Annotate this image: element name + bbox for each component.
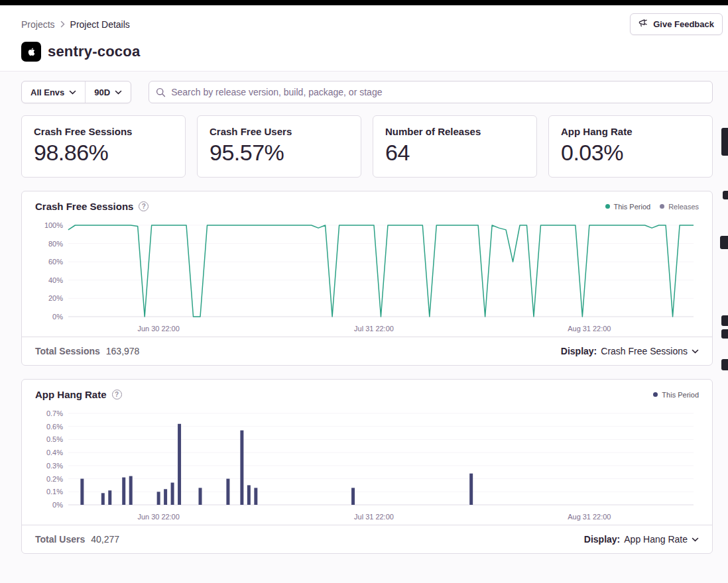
release-search-box[interactable] bbox=[149, 81, 713, 103]
date-range-dropdown[interactable]: 90D bbox=[85, 81, 131, 103]
breadcrumb: Projects Project Details bbox=[21, 19, 130, 30]
svg-text:0.6%: 0.6% bbox=[46, 423, 63, 431]
svg-text:20%: 20% bbox=[48, 294, 63, 302]
display-select[interactable]: Display: App Hang Rate bbox=[584, 534, 699, 545]
chart-legend: This Period Releases bbox=[605, 203, 699, 211]
megaphone-icon bbox=[638, 19, 648, 30]
legend-releases[interactable]: Releases bbox=[660, 203, 699, 211]
cutoff-right-content bbox=[721, 128, 728, 156]
crash-free-sessions-chart[interactable]: 0%20%40%60%80%100%Jun 30 22:00Jul 31 22:… bbox=[35, 219, 699, 337]
search-icon bbox=[156, 87, 166, 97]
svg-text:Jul 31 22:00: Jul 31 22:00 bbox=[354, 325, 394, 333]
stat-card-number-of-releases: Number of Releases 64 bbox=[373, 115, 537, 178]
svg-text:Jul 31 22:00: Jul 31 22:00 bbox=[354, 513, 394, 521]
panel-title: App Hang Rate bbox=[35, 389, 107, 400]
stat-value: 0.03% bbox=[561, 140, 700, 166]
breadcrumb-current: Project Details bbox=[70, 19, 130, 30]
legend-dot bbox=[660, 204, 664, 209]
svg-text:0%: 0% bbox=[52, 501, 63, 509]
svg-text:80%: 80% bbox=[48, 240, 63, 248]
crash-free-sessions-panel: Crash Free Sessions ? This Period Releas… bbox=[21, 191, 713, 366]
stat-label: Number of Releases bbox=[385, 126, 524, 137]
stat-label: App Hang Rate bbox=[561, 126, 700, 137]
svg-text:0.7%: 0.7% bbox=[46, 409, 63, 417]
stat-card-app-hang-rate: App Hang Rate 0.03% bbox=[548, 115, 713, 178]
page-title: sentry-cocoa bbox=[48, 43, 140, 60]
svg-text:0.2%: 0.2% bbox=[46, 475, 63, 483]
svg-text:Aug 31 22:00: Aug 31 22:00 bbox=[568, 513, 611, 521]
environment-dropdown[interactable]: All Envs bbox=[22, 81, 85, 103]
date-range-dropdown-label: 90D bbox=[94, 87, 110, 97]
help-icon[interactable]: ? bbox=[112, 390, 122, 399]
breadcrumb-projects-link[interactable]: Projects bbox=[21, 19, 55, 30]
display-select[interactable]: Display: Crash Free Sessions bbox=[561, 346, 699, 356]
panel-title: Crash Free Sessions bbox=[35, 201, 133, 212]
apple-platform-icon bbox=[21, 42, 41, 62]
stat-value: 95.57% bbox=[210, 140, 349, 166]
stat-value: 64 bbox=[385, 140, 524, 166]
total-users-value: 40,277 bbox=[91, 534, 119, 545]
chevron-right-icon bbox=[60, 21, 65, 28]
filter-row: All Envs 90D bbox=[21, 81, 713, 103]
legend-this-period[interactable]: This Period bbox=[653, 391, 699, 399]
legend-dot bbox=[605, 204, 610, 209]
app-hang-rate-chart[interactable]: 0%0.1%0.2%0.3%0.4%0.5%0.6%0.7%Jun 30 22:… bbox=[35, 407, 699, 525]
total-sessions-label: Total Sessions bbox=[35, 346, 100, 356]
chevron-down-icon bbox=[115, 90, 122, 95]
stat-label: Crash Free Users bbox=[210, 126, 349, 137]
environment-dropdown-label: All Envs bbox=[30, 87, 64, 97]
cutoff-right-content bbox=[720, 236, 728, 249]
svg-text:Aug 31 22:00: Aug 31 22:00 bbox=[568, 325, 611, 333]
stat-card-crash-free-sessions: Crash Free Sessions 98.86% bbox=[21, 115, 186, 178]
svg-text:0.1%: 0.1% bbox=[46, 488, 63, 496]
svg-text:0%: 0% bbox=[52, 313, 63, 321]
svg-text:0.5%: 0.5% bbox=[46, 435, 63, 443]
app-hang-rate-panel: App Hang Rate ? This Period 0%0.1%0.2%0.… bbox=[21, 379, 713, 554]
svg-text:40%: 40% bbox=[48, 276, 63, 284]
give-feedback-label: Give Feedback bbox=[653, 19, 714, 29]
cutoff-right-content bbox=[721, 315, 728, 326]
top-black-bar bbox=[0, 0, 728, 5]
stat-label: Crash Free Sessions bbox=[34, 126, 173, 137]
cutoff-right-content bbox=[721, 329, 728, 339]
main-content: All Envs 90D Crash Free Sessions 98.86% … bbox=[0, 72, 728, 554]
total-sessions-value: 163,978 bbox=[106, 346, 140, 356]
page-header: Projects Project Details Give Feedback s… bbox=[0, 5, 728, 72]
stat-card-crash-free-users: Crash Free Users 95.57% bbox=[197, 115, 361, 178]
give-feedback-button[interactable]: Give Feedback bbox=[630, 13, 723, 35]
chevron-down-icon bbox=[692, 537, 699, 542]
cutoff-right-content bbox=[723, 191, 728, 199]
stat-value: 98.86% bbox=[34, 140, 173, 166]
svg-text:0.3%: 0.3% bbox=[46, 462, 63, 470]
release-search-input[interactable] bbox=[171, 87, 705, 97]
svg-text:0.4%: 0.4% bbox=[46, 449, 63, 456]
chevron-down-icon bbox=[69, 90, 76, 95]
svg-text:Jun 30 22:00: Jun 30 22:00 bbox=[137, 325, 179, 333]
svg-text:Jun 30 22:00: Jun 30 22:00 bbox=[137, 513, 179, 521]
cutoff-right-content bbox=[721, 359, 728, 370]
help-icon[interactable]: ? bbox=[139, 201, 149, 211]
svg-text:100%: 100% bbox=[44, 221, 63, 229]
svg-text:60%: 60% bbox=[48, 258, 63, 266]
total-users-label: Total Users bbox=[35, 534, 85, 545]
legend-this-period[interactable]: This Period bbox=[605, 203, 651, 211]
stats-row: Crash Free Sessions 98.86% Crash Free Us… bbox=[21, 115, 713, 178]
chevron-down-icon bbox=[692, 349, 699, 354]
legend-dot bbox=[653, 392, 658, 397]
filter-button-group: All Envs 90D bbox=[21, 81, 131, 103]
chart-legend: This Period bbox=[653, 391, 699, 399]
